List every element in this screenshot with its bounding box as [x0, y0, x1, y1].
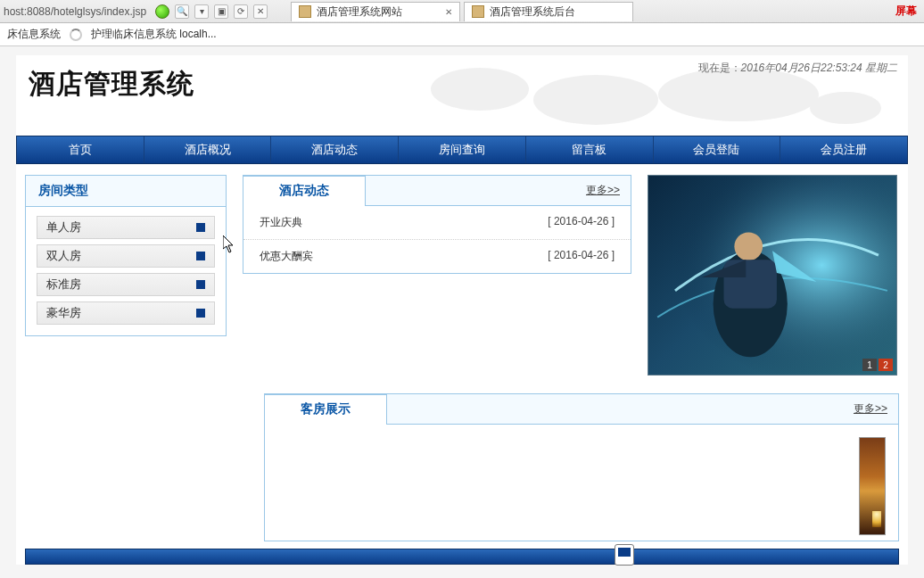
hero-banner[interactable]: 1 2 [648, 175, 897, 376]
content-area: 房间类型 单人房 双人房 标准房 豪华房 酒店动态 更多>> [16, 164, 908, 383]
news-panel: 酒店动态 更多>> 开业庆典 [ 2016-04-26 ] 优惠大酬宾 [ 20… [243, 175, 631, 274]
room-show-body [265, 425, 898, 541]
news-row[interactable]: 开业庆典 [ 2016-04-26 ] [243, 206, 631, 240]
svg-point-0 [431, 68, 529, 111]
news-more-link[interactable]: 更多>> [586, 183, 620, 198]
room-thumbnail[interactable] [859, 437, 886, 535]
chevron-right-icon [196, 252, 205, 260]
browser-tab-inactive[interactable]: 酒店管理系统后台 [464, 2, 633, 21]
footer-bar [25, 549, 899, 565]
news-panel-head: 酒店动态 更多>> [243, 176, 631, 206]
pager-dot-2[interactable]: 2 [879, 359, 893, 371]
news-title: 开业庆典 [260, 215, 302, 230]
loading-icon [70, 29, 82, 41]
nav-overview[interactable]: 酒店概况 [144, 136, 272, 163]
news-title: 优惠大酬宾 [260, 249, 313, 264]
browser-tab-strip: 酒店管理系统网站 ✕ 酒店管理系统后台 [291, 2, 890, 21]
room-type-label: 标准房 [46, 277, 81, 293]
room-type-label: 单人房 [46, 219, 81, 235]
news-tab-label[interactable]: 酒店动态 [243, 176, 366, 206]
nav-room-search[interactable]: 房间查询 [399, 136, 526, 163]
room-show-panel: 客房展示 更多>> [264, 393, 899, 541]
mouse-cursor-icon [223, 235, 235, 253]
stop-icon[interactable]: ✕ [253, 4, 268, 19]
news-date: [ 2016-04-26 ] [548, 215, 615, 230]
room-show-section: 客房展示 更多>> [264, 393, 899, 541]
room-type-item-standard[interactable]: 标准房 [37, 273, 215, 296]
news-row[interactable]: 优惠大酬宾 [ 2016-04-26 ] [243, 240, 631, 273]
screen-capture-label: 屏幕 [895, 4, 920, 19]
nav-home[interactable]: 首页 [17, 136, 144, 163]
pager-dot-1[interactable]: 1 [862, 359, 877, 371]
sidebar: 房间类型 单人房 双人房 标准房 豪华房 [25, 175, 227, 376]
site-header: 酒店管理系统 现在是：2016年04月26日22:53:24 星期二 [16, 55, 908, 136]
refresh-icon[interactable]: ⟳ [234, 4, 248, 19]
room-type-item-double[interactable]: 双人房 [37, 244, 215, 268]
favicon-icon [472, 5, 484, 18]
news-list: 开业庆典 [ 2016-04-26 ] 优惠大酬宾 [ 2016-04-26 ] [243, 206, 631, 273]
banner-image [648, 176, 896, 375]
world-map-decoration [400, 59, 899, 136]
chevron-right-icon [196, 309, 205, 318]
page-root: 酒店管理系统 现在是：2016年04月26日22:53:24 星期二 首页 酒店… [16, 55, 908, 565]
search-icon[interactable]: 🔍 [175, 4, 189, 19]
room-type-label: 双人房 [46, 248, 81, 264]
feed-icon[interactable]: ▣ [214, 4, 228, 19]
banner-pager: 1 2 [862, 359, 893, 371]
favicon-icon [299, 5, 311, 18]
chevron-right-icon [196, 223, 205, 232]
tab-title: 酒店管理系统网站 [317, 4, 402, 20]
footer-badge-icon [615, 544, 634, 566]
room-type-item-deluxe[interactable]: 豪华房 [37, 301, 215, 325]
svg-point-3 [810, 92, 881, 124]
svg-point-2 [658, 68, 819, 121]
svg-point-6 [734, 232, 763, 260]
banner-column: 1 2 [648, 175, 899, 376]
browser-toolbar-icons: 🔍 ▾ ▣ ⟳ ✕ [155, 4, 268, 19]
close-icon[interactable]: ✕ [445, 7, 452, 17]
room-type-panel: 房间类型 单人房 双人房 标准房 豪华房 [25, 175, 227, 336]
browser-address-bar: host:8088/hotelglsys/index.jsp 🔍 ▾ ▣ ⟳ ✕… [0, 0, 924, 23]
news-date: [ 2016-04-26 ] [548, 249, 615, 264]
room-type-item-single[interactable]: 单人房 [37, 216, 215, 239]
go-icon[interactable] [155, 4, 169, 19]
bookmark-item[interactable]: 床信息系统 [7, 27, 61, 42]
main-column: 酒店动态 更多>> 开业庆典 [ 2016-04-26 ] 优惠大酬宾 [ 20… [243, 175, 899, 376]
main-nav: 首页 酒店概况 酒店动态 房间查询 留言板 会员登陆 会员注册 [16, 136, 908, 164]
url-text: host:8088/hotelglsys/index.jsp [4, 5, 146, 18]
nav-login[interactable]: 会员登陆 [654, 136, 781, 163]
room-show-more-link[interactable]: 更多>> [854, 401, 887, 417]
svg-point-1 [533, 75, 658, 125]
room-type-list: 单人房 双人房 标准房 豪华房 [26, 207, 226, 335]
tab-title: 酒店管理系统后台 [490, 4, 575, 20]
room-show-head: 客房展示 更多>> [265, 394, 898, 425]
bookmark-item[interactable]: 护理临床信息系统 localh... [91, 27, 217, 42]
nav-news[interactable]: 酒店动态 [271, 136, 399, 163]
room-show-tab-label[interactable]: 客房展示 [264, 394, 387, 425]
nav-register[interactable]: 会员注册 [780, 136, 907, 163]
room-type-label: 豪华房 [46, 305, 81, 321]
browser-tab-active[interactable]: 酒店管理系统网站 ✕ [291, 2, 460, 21]
nav-guestbook[interactable]: 留言板 [526, 136, 654, 163]
news-column: 酒店动态 更多>> 开业庆典 [ 2016-04-26 ] 优惠大酬宾 [ 20… [243, 175, 631, 376]
bookmark-bar: 床信息系统 护理临床信息系统 localh... [0, 23, 924, 46]
room-type-title: 房间类型 [26, 176, 226, 207]
separator-icon: ▾ [194, 4, 209, 19]
chevron-right-icon [196, 280, 205, 289]
